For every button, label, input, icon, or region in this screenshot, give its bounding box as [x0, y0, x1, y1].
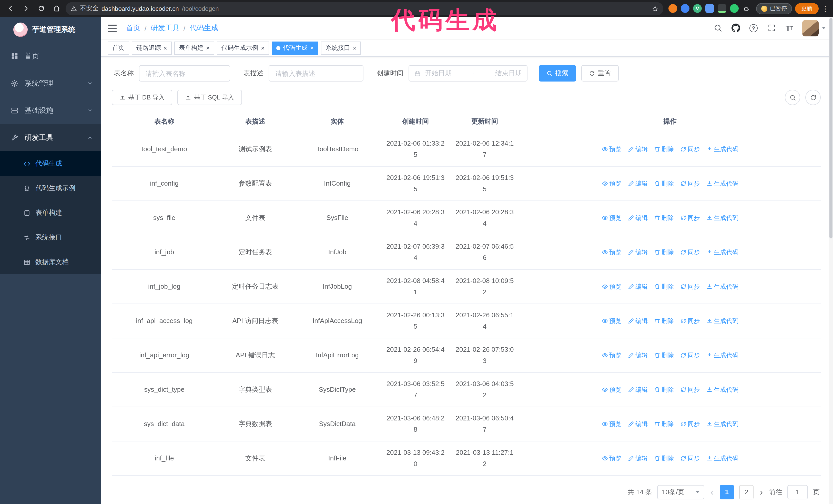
sync-link[interactable]: 同步 [680, 178, 700, 189]
paused-badge[interactable]: 已暂停 [756, 3, 792, 14]
preview-link[interactable]: 预览 [601, 246, 622, 258]
tab-form-builder[interactable]: 表单构建× [174, 41, 214, 55]
preview-link[interactable]: 预览 [601, 281, 622, 292]
prev-page-icon[interactable]: ‹ [710, 487, 715, 497]
delete-link[interactable]: 删除 [654, 418, 674, 429]
close-icon[interactable]: × [310, 45, 314, 51]
preview-link[interactable]: 预览 [601, 315, 622, 326]
scrollbar-thumb[interactable] [829, 18, 832, 238]
search-icon[interactable] [713, 23, 723, 33]
sync-link[interactable]: 同步 [680, 350, 700, 361]
browser-menu-icon[interactable]: ⋮ [822, 4, 829, 13]
edit-link[interactable]: 编辑 [628, 212, 648, 223]
sidebar-item-db-doc[interactable]: 数据库文档 [0, 250, 101, 274]
preview-link[interactable]: 预览 [601, 350, 622, 361]
scrollbar[interactable] [829, 17, 833, 504]
table-desc-input[interactable] [269, 65, 363, 81]
goto-page-input[interactable] [787, 485, 808, 499]
import-sql-button[interactable]: 基于 SQL 导入 [177, 90, 242, 105]
extensions-puzzle-icon[interactable] [742, 4, 751, 13]
edit-link[interactable]: 编辑 [628, 384, 648, 395]
preview-link[interactable]: 预览 [601, 143, 622, 154]
import-db-button[interactable]: 基于 DB 导入 [112, 90, 172, 105]
page-number-1[interactable]: 1 [720, 485, 734, 499]
sync-link[interactable]: 同步 [680, 212, 700, 223]
page-size-select[interactable]: 10条/页 [657, 485, 704, 499]
delete-link[interactable]: 删除 [654, 350, 674, 361]
user-menu[interactable] [802, 20, 826, 36]
sync-link[interactable]: 同步 [680, 384, 700, 395]
sync-link[interactable]: 同步 [680, 143, 700, 154]
preview-link[interactable]: 预览 [601, 453, 622, 464]
close-icon[interactable]: × [261, 45, 264, 51]
delete-link[interactable]: 删除 [654, 178, 674, 189]
logo[interactable]: 芋道管理系统 [0, 17, 101, 43]
tab-codegen[interactable]: 代码生成× [272, 41, 318, 55]
toggle-search-button[interactable] [785, 90, 800, 105]
reset-button[interactable]: 重置 [581, 65, 619, 81]
sync-link[interactable]: 同步 [680, 418, 700, 429]
generate-link[interactable]: 生成代码 [706, 384, 738, 395]
edit-link[interactable]: 编辑 [628, 350, 648, 361]
edit-link[interactable]: 编辑 [628, 246, 648, 258]
page-number-2[interactable]: 2 [739, 485, 754, 499]
browser-forward-icon[interactable] [20, 2, 32, 15]
generate-link[interactable]: 生成代码 [706, 315, 738, 326]
help-icon[interactable]: ? [748, 23, 759, 33]
edit-link[interactable]: 编辑 [628, 453, 648, 464]
fullscreen-icon[interactable] [766, 23, 777, 33]
extension-icon[interactable] [668, 4, 677, 13]
preview-link[interactable]: 预览 [601, 418, 622, 429]
extension-icon[interactable] [730, 4, 739, 13]
close-icon[interactable]: × [164, 45, 167, 51]
generate-link[interactable]: 生成代码 [706, 143, 738, 154]
preview-link[interactable]: 预览 [601, 178, 622, 189]
extension-icon[interactable] [705, 4, 714, 13]
breadcrumb-home[interactable]: 首页 [126, 23, 140, 32]
next-page-icon[interactable]: › [759, 487, 764, 497]
generate-link[interactable]: 生成代码 [706, 178, 738, 189]
sidebar-item-form-builder[interactable]: 表单构建 [0, 200, 101, 225]
extension-icon[interactable] [718, 4, 727, 13]
sidebar-item-codegen-example[interactable]: 代码生成示例 [0, 176, 101, 200]
sidebar-item-infra[interactable]: 基础设施 [0, 97, 101, 124]
breadcrumb-devtools[interactable]: 研发工具 [151, 23, 180, 32]
generate-link[interactable]: 生成代码 [706, 453, 738, 464]
delete-link[interactable]: 删除 [654, 281, 674, 292]
browser-back-icon[interactable] [4, 2, 17, 15]
table-name-input[interactable] [139, 65, 230, 81]
github-icon[interactable] [731, 23, 741, 33]
edit-link[interactable]: 编辑 [628, 281, 648, 292]
tab-system-api[interactable]: 系统接口× [321, 41, 361, 55]
edit-link[interactable]: 编辑 [628, 178, 648, 189]
address-bar[interactable]: 不安全 dashboard.yudao.iocoder.cn/tool/code… [66, 2, 663, 15]
generate-link[interactable]: 生成代码 [706, 212, 738, 223]
close-icon[interactable]: × [206, 45, 210, 51]
font-size-icon[interactable]: TT [784, 23, 794, 33]
delete-link[interactable]: 删除 [654, 315, 674, 326]
generate-link[interactable]: 生成代码 [706, 350, 738, 361]
hamburger-icon[interactable] [108, 24, 117, 31]
browser-reload-icon[interactable] [35, 2, 47, 15]
tab-home[interactable]: 首页 [108, 41, 129, 55]
delete-link[interactable]: 删除 [654, 143, 674, 154]
tab-trace[interactable]: 链路追踪× [132, 41, 172, 55]
date-range-picker[interactable]: 开始日期 - 结束日期 [408, 65, 527, 81]
sync-link[interactable]: 同步 [680, 246, 700, 258]
sync-link[interactable]: 同步 [680, 281, 700, 292]
preview-link[interactable]: 预览 [601, 384, 622, 395]
sidebar-item-system-api[interactable]: 系统接口 [0, 225, 101, 250]
browser-home-icon[interactable] [50, 2, 63, 15]
delete-link[interactable]: 删除 [654, 453, 674, 464]
sync-link[interactable]: 同步 [680, 315, 700, 326]
extension-icon[interactable]: V [693, 4, 702, 13]
sidebar-item-devtools[interactable]: 研发工具 [0, 124, 101, 151]
extension-icon[interactable] [681, 4, 689, 13]
chrome-update-button[interactable]: 更新 [795, 3, 819, 14]
sidebar-item-codegen[interactable]: 代码生成 [0, 151, 101, 176]
edit-link[interactable]: 编辑 [628, 418, 648, 429]
close-icon[interactable]: × [353, 45, 356, 51]
edit-link[interactable]: 编辑 [628, 315, 648, 326]
tab-codegen-example[interactable]: 代码生成示例× [217, 41, 269, 55]
search-button[interactable]: 搜索 [539, 65, 576, 81]
